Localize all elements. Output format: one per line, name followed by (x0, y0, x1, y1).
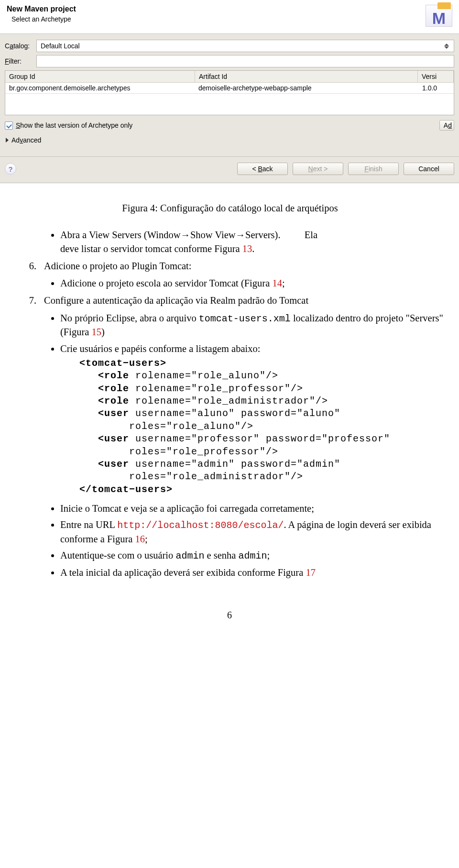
add-archetype-button[interactable]: Ad (439, 120, 454, 131)
step-number-7: 7. (8, 294, 44, 307)
advanced-toggle[interactable]: Advanced (6, 136, 454, 144)
list-item: Crie usuários e papéis conforme a listag… (60, 342, 445, 496)
catalog-select[interactable]: Default Local (36, 40, 454, 52)
list-item: Entre na URL http://localhost:8080/escol… (60, 518, 445, 546)
list-item: A tela inicial da aplicação deverá ser e… (60, 566, 445, 579)
cancel-button[interactable]: Cancel (404, 163, 454, 175)
fig-ref-17: 17 (306, 567, 316, 578)
list-item: Abra a View Servers (Window→Show View→Se… (60, 228, 445, 255)
code-inline: tomcat-users.xml (199, 313, 291, 324)
cell-group: br.gov.component.demoiselle.archetypes (5, 83, 195, 93)
fig-ref-15: 15 (91, 327, 101, 337)
dialog-title: New Maven project (7, 5, 76, 13)
maven-logo-letter: M (432, 10, 446, 26)
maven-dialog: New Maven project Select an Archetype M … (0, 0, 459, 183)
list-item: Inicie o Tomcat e veja se a aplicação fo… (60, 502, 445, 515)
chevron-right-icon (6, 138, 9, 143)
dialog-subtitle: Select an Archetype (11, 15, 76, 23)
catalog-label: Catalog: (5, 42, 36, 50)
fig-ref-16: 16 (135, 534, 145, 544)
dialog-header: New Maven project Select an Archetype M (0, 0, 459, 34)
filter-label: Filter: (5, 57, 36, 65)
back-button[interactable]: < Back (237, 163, 288, 175)
figure-caption: Figura 4: Configuração do catálogo local… (15, 201, 445, 215)
table-row[interactable]: br.gov.component.demoiselle.archetypes d… (5, 83, 454, 93)
step-6-text: Adicione o projeto ao Plugin Tomcat: (44, 261, 191, 271)
spinner-arrows-icon (444, 44, 452, 49)
url-link: http://localhost:8080/escola/ (117, 520, 284, 531)
finish-button[interactable]: Finish (348, 163, 399, 175)
col-version[interactable]: Versi (418, 71, 454, 83)
archetype-table: Group Id Artifact Id Versi br.gov.compon… (5, 70, 454, 115)
cell-artifact: demoiselle-archetype-webapp-sample (195, 83, 418, 93)
list-item: Autentique-se com o usuário admin e senh… (60, 549, 445, 563)
help-icon[interactable]: ? (5, 163, 16, 175)
step-7-text: Configure a autenticação da aplicação vi… (44, 295, 308, 306)
filter-input[interactable] (36, 55, 454, 67)
cell-version: 1.0.0 (418, 83, 454, 93)
maven-logo-icon: M (426, 5, 452, 27)
list-item: Adicione o projeto escola ao servidor To… (60, 276, 445, 290)
list-item: No próprio Eclipse, abra o arquivo tomca… (60, 311, 445, 339)
fig-ref-13: 13 (242, 243, 252, 254)
checkbox-icon (5, 121, 13, 130)
page-number: 6 (0, 601, 459, 635)
step-number-6: 6. (8, 259, 44, 273)
fig-ref-14: 14 (272, 278, 282, 288)
table-header: Group Id Artifact Id Versi (5, 71, 454, 83)
code-listing: <tomcat−users> <role rolename="role_alun… (79, 357, 445, 496)
show-last-version-checkbox[interactable]: Show the last version of Archetype only (5, 121, 132, 130)
col-artifact-id[interactable]: Artifact Id (195, 71, 418, 83)
document-body: Figura 4: Configuração do catálogo local… (0, 183, 459, 601)
next-button[interactable]: Next > (293, 163, 343, 175)
catalog-selected-value: Default Local (41, 42, 80, 50)
folder-icon (437, 2, 451, 9)
col-group-id[interactable]: Group Id (5, 71, 195, 83)
